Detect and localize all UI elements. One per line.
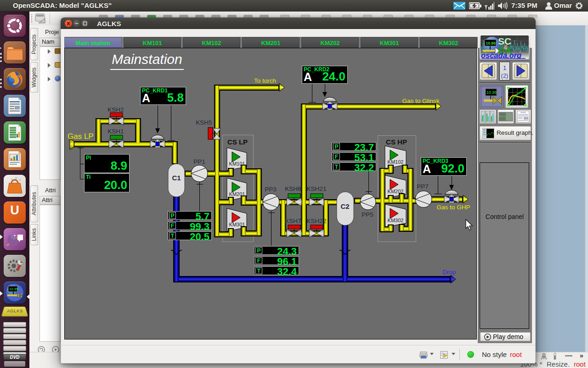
svg-text:10.95: 10.95 [486,41,496,46]
svg-text:10.95: 10.95 [9,287,19,291]
svg-text:oscada.org: oscada.org [481,51,521,59]
